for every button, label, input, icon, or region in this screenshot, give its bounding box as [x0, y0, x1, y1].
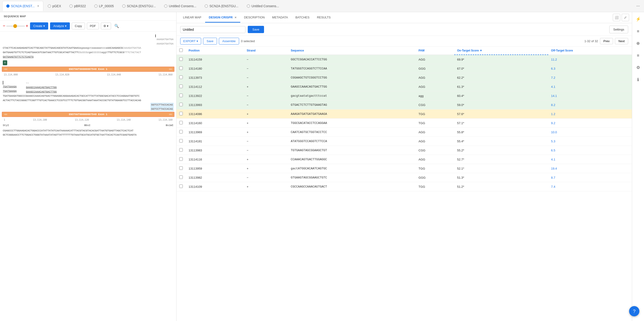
row-pam: GGG — [416, 173, 454, 182]
select-all-checkbox[interactable] — [179, 49, 183, 52]
tab-consensus-1[interactable]: Untitled Consens... — [160, 1, 200, 11]
next-button[interactable]: Next — [615, 38, 628, 44]
row-checkbox-cell[interactable] — [176, 64, 186, 73]
th-on-target[interactable]: On-Target Score ▼ — [454, 47, 548, 55]
tab-consensus-2[interactable]: Untitled Consens... — [243, 1, 283, 11]
tab-description[interactable]: DESCRIPTION — [240, 13, 268, 23]
pdf-button[interactable]: PDF — [87, 23, 99, 29]
row-checkbox-0[interactable] — [179, 57, 183, 61]
row-checkbox-cell[interactable] — [176, 110, 186, 119]
copy-button[interactable]: Copy — [72, 23, 85, 29]
tab-pbr322[interactable]: pBR322 — [66, 1, 90, 11]
row-checkbox-cell[interactable] — [176, 173, 186, 182]
row-checkbox-14[interactable] — [179, 184, 183, 188]
sidebar-list-icon[interactable]: ≡ — [634, 27, 642, 36]
row-checkbox-3[interactable] — [179, 85, 183, 88]
sidebar-share-icon[interactable]: ⚡ — [634, 15, 642, 23]
row-off-target: 6.5 — [548, 146, 632, 155]
row-checkbox-2[interactable] — [179, 76, 183, 79]
results-table: Position Strand Sequence PAM On-Target S… — [176, 47, 632, 191]
row-checkbox-cell[interactable] — [176, 100, 186, 110]
row-position: 13114159 — [186, 55, 244, 64]
row-checkbox-10[interactable] — [179, 148, 183, 152]
tab-scn2a-1[interactable]: SCN2A (ENST... ✕ — [2, 1, 43, 11]
zoom-slider[interactable] — [6, 26, 25, 27]
row-checkbox-5[interactable] — [179, 103, 183, 106]
row-sequence: CCAAACAGTGACTTGGAGGC — [288, 155, 416, 164]
tab-design-crispr[interactable]: DESIGN CRISPR ✕ — [205, 13, 240, 23]
popout-icon[interactable]: ⤢ — [622, 14, 629, 21]
th-off-target[interactable]: Off-Target Score — [548, 47, 632, 55]
sidebar-info-icon[interactable]: ℹ — [634, 76, 642, 84]
tab-pgex[interactable]: pGEX — [44, 1, 65, 11]
th-strand[interactable]: Strand — [244, 47, 288, 55]
row-checkbox-cell[interactable] — [176, 164, 186, 173]
tab-scn2a-2[interactable]: SCN2A (ENSTGU... — [118, 1, 160, 11]
row-strand: − — [244, 146, 288, 155]
row-checkbox-cell[interactable] — [176, 155, 186, 164]
row-checkbox-cell[interactable] — [176, 137, 186, 146]
row-checkbox-13[interactable] — [179, 175, 183, 179]
sidebar-menu-icon[interactable]: ≡ — [634, 51, 642, 60]
row-checkbox-cell[interactable] — [176, 128, 186, 137]
row-checkbox-11[interactable] — [179, 157, 183, 161]
row-position: 13114086 — [186, 110, 244, 119]
more-tabs-button[interactable]: ··· — [634, 3, 642, 9]
assemble-button[interactable]: Assemble — [219, 38, 239, 45]
tab-metadata[interactable]: METADATA — [268, 13, 292, 23]
search-button[interactable]: 🔍 — [113, 22, 120, 30]
prev-button[interactable]: Prev — [600, 38, 613, 44]
row-checkbox-cell[interactable] — [176, 55, 186, 64]
row-checkbox-8[interactable] — [179, 130, 183, 133]
row-strand: + — [244, 155, 288, 164]
crispr-name-input[interactable] — [180, 26, 246, 33]
row-strand: − — [244, 137, 288, 146]
row-strand: − — [244, 64, 288, 73]
tab-linear-map[interactable]: LINEAR MAP — [179, 13, 205, 23]
row-checkbox-cell[interactable] — [176, 91, 186, 100]
row-checkbox-7[interactable] — [179, 121, 183, 124]
sidebar-circle-icon[interactable]: ⊕ — [634, 39, 642, 48]
th-select-all[interactable] — [176, 47, 186, 55]
create-button[interactable]: Create ▾ — [30, 22, 48, 30]
row-off-target: 7.2 — [548, 73, 632, 82]
row-sequence: gactATGGCACAATCAGTGC — [288, 164, 416, 173]
th-sequence[interactable]: Sequence — [288, 47, 416, 55]
row-checkbox-4[interactable] — [179, 94, 183, 97]
sequence-map-title: SEQUENCE MAP — [4, 15, 26, 18]
tab-scn2a-3[interactable]: SCN2A (ENSTGU... — [201, 1, 242, 11]
row-checkbox-cell[interactable] — [176, 146, 186, 155]
gear-button[interactable]: ⚙ ▾ — [101, 23, 111, 29]
row-checkbox-9[interactable] — [179, 139, 183, 143]
tab-design-crispr-close[interactable]: ✕ — [234, 16, 236, 19]
row-checkbox-cell[interactable] — [176, 82, 186, 91]
th-position[interactable]: Position — [186, 47, 244, 55]
row-off-target: 11.2 — [548, 55, 632, 64]
row-pam: TGG — [416, 164, 454, 173]
zoom-plus-button[interactable]: + — [26, 24, 28, 29]
maximize-icon[interactable]: ⬜ — [613, 14, 620, 21]
row-checkbox-1[interactable] — [179, 66, 183, 70]
tab-close-1[interactable]: ✕ — [37, 5, 39, 8]
settings-button[interactable]: Settings — [609, 26, 628, 33]
tab-results[interactable]: RESULTS — [313, 13, 334, 23]
bottom-seq-2: GCTCGGGAACCTTCTGGACCTGGGTATAAATATAGTTATT… — [2, 133, 174, 137]
sidebar-settings-icon[interactable]: ⚙ — [634, 63, 642, 72]
analyze-button[interactable]: Analyze ▾ — [50, 22, 70, 30]
row-checkbox-cell[interactable] — [176, 119, 186, 128]
save-button[interactable]: Save — [248, 26, 264, 33]
row-checkbox-12[interactable] — [179, 166, 183, 170]
row-checkbox-cell[interactable] — [176, 73, 186, 82]
row-checkbox-6[interactable] — [179, 112, 183, 115]
help-button[interactable]: ? — [629, 306, 639, 316]
th-pam[interactable]: PAM — [416, 47, 454, 55]
table-row: 13114112 + GAAGCCAAACAGTGACTTGG AGG 61.3… — [176, 82, 632, 91]
restriction-labels: StyI BbsI BsiWI — [2, 122, 174, 129]
save-toolbar-button[interactable]: Save — [203, 38, 217, 45]
tab-lp00005[interactable]: LP_00005 — [90, 1, 118, 11]
zoom-minus-button[interactable]: − — [3, 24, 5, 29]
tab-batches[interactable]: BATCHES — [292, 13, 313, 23]
row-checkbox-cell[interactable] — [176, 182, 186, 191]
zoom-slider-thumb[interactable] — [13, 24, 17, 28]
export-button[interactable]: EXPORT ▾ — [180, 38, 201, 45]
